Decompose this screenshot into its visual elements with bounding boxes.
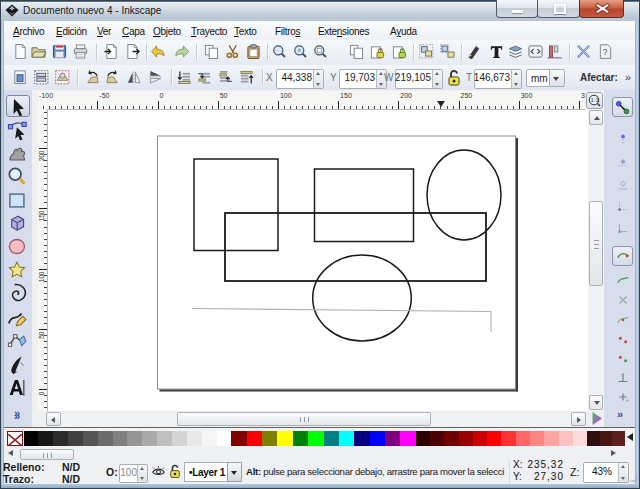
svg-text:?: ? (603, 47, 608, 57)
svg-text:1:1: 1:1 (590, 97, 599, 103)
